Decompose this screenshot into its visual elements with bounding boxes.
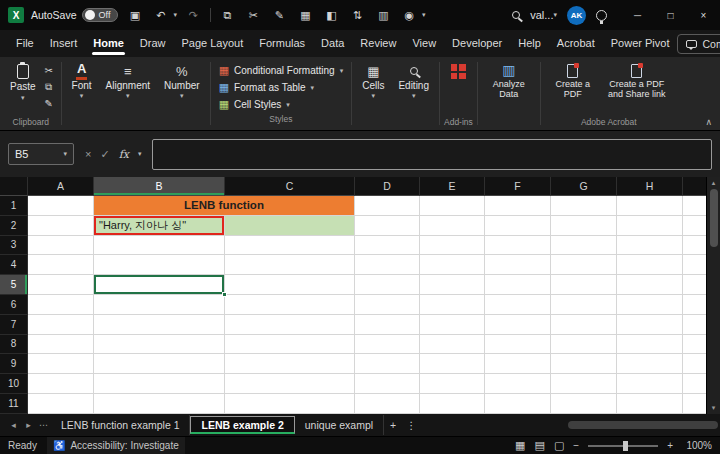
formula-input[interactable]: [152, 139, 712, 170]
page-break-view-icon[interactable]: ▢: [554, 439, 564, 452]
cell-styles-button[interactable]: ▦ Cell Styles ▾: [215, 96, 294, 113]
cell-b3[interactable]: [94, 236, 225, 256]
table-icon[interactable]: ▦: [296, 4, 315, 26]
tab-power-pivot[interactable]: Power Pivot: [603, 32, 678, 56]
cell-g8[interactable]: [551, 335, 617, 355]
cut-button-icon[interactable]: ✂: [41, 65, 57, 76]
cell-d8[interactable]: [355, 335, 420, 355]
cell-f1[interactable]: [485, 196, 551, 216]
font-group-button[interactable]: A Font ▾: [65, 59, 99, 130]
sheet-tab-lenb-example-2[interactable]: LENB example 2: [190, 416, 294, 434]
cell-a3[interactable]: [28, 236, 94, 256]
cell-g5[interactable]: [551, 275, 617, 295]
tab-help[interactable]: Help: [510, 32, 549, 56]
addins-button[interactable]: [446, 59, 471, 79]
sheet-menu-icon[interactable]: ⋮: [402, 419, 420, 431]
cell-h5[interactable]: [617, 275, 683, 295]
cell-c6[interactable]: [225, 295, 355, 315]
editing-group-button[interactable]: Editing ▾: [391, 59, 436, 130]
copy-icon[interactable]: ⧉: [218, 4, 237, 26]
cell-b4[interactable]: [94, 255, 225, 275]
maximize-button[interactable]: □: [654, 0, 687, 30]
undo-icon[interactable]: ↶: [151, 4, 170, 26]
cell-e5[interactable]: [420, 275, 485, 295]
cell-a10[interactable]: [28, 374, 94, 394]
cell-b2[interactable]: "Harry, 지아나 싱": [94, 216, 225, 236]
autosave-control[interactable]: AutoSave Off: [31, 8, 118, 22]
fill-handle[interactable]: [222, 292, 227, 297]
search-icon[interactable]: [512, 11, 520, 19]
cell-h10[interactable]: [617, 374, 683, 394]
tab-draw[interactable]: Draw: [132, 32, 174, 56]
column-header-f[interactable]: F: [485, 177, 551, 196]
row-header-1[interactable]: 1: [0, 196, 28, 216]
cell-h6[interactable]: [617, 295, 683, 315]
cell-e1[interactable]: [420, 196, 485, 216]
cell-b11[interactable]: [94, 394, 225, 414]
conditional-formatting-button[interactable]: ▦ Conditional Formatting ▾: [215, 62, 348, 79]
cell-f5[interactable]: [485, 275, 551, 295]
cell-g11[interactable]: [551, 394, 617, 414]
cell-c4[interactable]: [225, 255, 355, 275]
column-header-h[interactable]: H: [617, 177, 683, 196]
cell-h4[interactable]: [617, 255, 683, 275]
cell-d2[interactable]: [355, 216, 420, 236]
scroll-up-icon[interactable]: ▴: [712, 177, 716, 189]
cell-c3[interactable]: [225, 236, 355, 256]
cell-d10[interactable]: [355, 374, 420, 394]
cell-f7[interactable]: [485, 315, 551, 335]
tab-formulas[interactable]: Formulas: [251, 32, 313, 56]
cell-d4[interactable]: [355, 255, 420, 275]
cell-a1[interactable]: [28, 196, 94, 216]
cell-h7[interactable]: [617, 315, 683, 335]
tab-developer[interactable]: Developer: [444, 32, 510, 56]
comments-button[interactable]: Comments: [677, 34, 720, 54]
zoom-slider[interactable]: [588, 445, 658, 447]
row-header-9[interactable]: 9: [0, 354, 28, 374]
lightbulb-icon[interactable]: [596, 10, 607, 21]
row-header-7[interactable]: 7: [0, 315, 28, 335]
cancel-icon[interactable]: ×: [85, 148, 91, 160]
sheet-more-icon[interactable]: ⋯: [36, 420, 51, 430]
sort-icon[interactable]: ⇅: [348, 4, 367, 26]
cell-c10[interactable]: [225, 374, 355, 394]
undo-caret-icon[interactable]: ▾: [173, 11, 177, 19]
cell-g1[interactable]: [551, 196, 617, 216]
cell-g9[interactable]: [551, 354, 617, 374]
cell-c5[interactable]: [225, 275, 355, 295]
vertical-scroll-thumb[interactable]: [710, 189, 718, 247]
alignment-group-button[interactable]: ≡ Alignment ▾: [99, 59, 157, 130]
cell-b5-selected[interactable]: [94, 275, 225, 295]
tab-acrobat[interactable]: Acrobat: [549, 32, 603, 56]
select-all-corner[interactable]: [0, 177, 28, 196]
create-pdf-button[interactable]: Create a PDF: [545, 59, 601, 100]
row-header-6[interactable]: 6: [0, 295, 28, 315]
tab-data[interactable]: Data: [313, 32, 352, 56]
paste-button[interactable]: Paste ▾: [5, 59, 41, 102]
cell-c7[interactable]: [225, 315, 355, 335]
cell-a5[interactable]: [28, 275, 94, 295]
row-header-8[interactable]: 8: [0, 335, 28, 355]
column-header-a[interactable]: A: [28, 177, 94, 196]
tab-home[interactable]: Home: [85, 32, 132, 56]
scroll-down-icon[interactable]: ▾: [712, 402, 716, 414]
zoom-level[interactable]: 100%: [682, 440, 712, 451]
tab-review[interactable]: Review: [352, 32, 404, 56]
row-header-4[interactable]: 4: [0, 255, 28, 275]
pdf-share-link-button[interactable]: Create a PDF and Share link: [601, 59, 673, 100]
row-header-5[interactable]: 5: [0, 275, 28, 295]
cell-d3[interactable]: [355, 236, 420, 256]
cell-c9[interactable]: [225, 354, 355, 374]
minimize-button[interactable]: ─: [621, 0, 654, 30]
cell-d11[interactable]: [355, 394, 420, 414]
tab-page-layout[interactable]: Page Layout: [173, 32, 251, 56]
column-header-e[interactable]: E: [420, 177, 485, 196]
cell-a7[interactable]: [28, 315, 94, 335]
cell-h9[interactable]: [617, 354, 683, 374]
fill-color-icon[interactable]: ◧: [322, 4, 341, 26]
cell-a6[interactable]: [28, 295, 94, 315]
sheet-tab-lenb-function-example-1[interactable]: LENB function example 1: [51, 415, 190, 435]
cell-g7[interactable]: [551, 315, 617, 335]
insert-function-icon[interactable]: fx: [119, 148, 129, 161]
chart-icon[interactable]: ▥: [374, 4, 393, 26]
